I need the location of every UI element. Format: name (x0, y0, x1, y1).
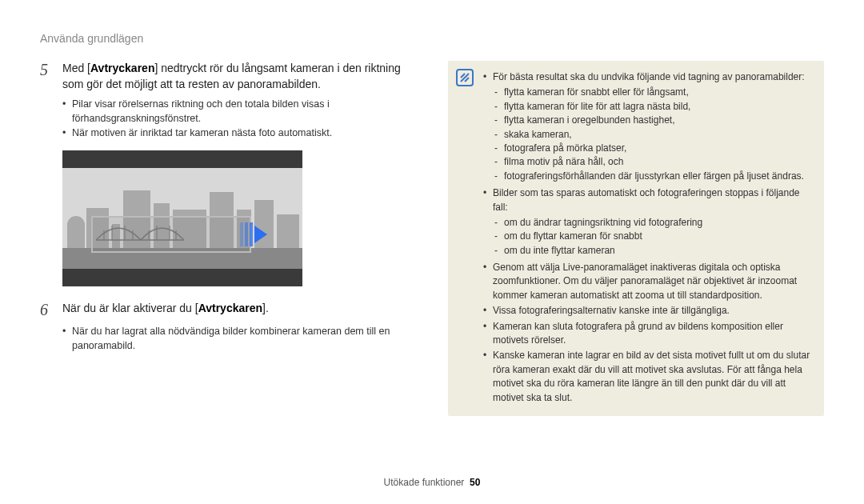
note-b1: För bästa resultat ska du undvika följan… (493, 71, 805, 82)
step6-bold: Avtryckaren (198, 302, 262, 314)
step6-before: När du är klar aktiverar du [ (62, 302, 198, 314)
direction-stripes (240, 222, 253, 246)
step-number: 5 (40, 61, 62, 79)
note-b2: Bilder som tas sparas automatiskt och fo… (493, 187, 800, 212)
note-item: Kanske kameran inte lagrar en bild av de… (483, 349, 811, 405)
step5-before: Med [ (62, 62, 90, 74)
note-box: För bästa resultat ska du undvika följan… (448, 61, 824, 416)
step-number: 6 (40, 301, 62, 319)
note-icon (456, 69, 474, 86)
note-sub-item: om du ändrar tagningsriktning vid fotogr… (493, 216, 811, 230)
page-number: 50 (470, 477, 480, 488)
note-sub-item: om du inte flyttar kameran (493, 244, 811, 258)
step6-after: ]. (262, 302, 269, 314)
page-footer: Utökade funktioner 50 (0, 477, 864, 488)
note-item: För bästa resultat ska du undvika följan… (483, 70, 811, 183)
note-sub-item: filma motiv på nära håll, och (493, 155, 811, 169)
step5-bold: Avtryckaren (90, 62, 154, 74)
note-sub-item: flytta kameran för snabbt eller för lång… (493, 86, 811, 99)
direction-arrow-icon (254, 226, 267, 243)
step6-sub-list: När du har lagrat alla nödvändiga bilder… (40, 324, 424, 353)
note-sub-item: om du flyttar kameran för snabbt (493, 230, 811, 243)
step-text: Med [Avtryckaren] nedtryckt rör du långs… (62, 61, 424, 92)
footer-label: Utökade funktioner (384, 477, 465, 488)
note-item: Genom att välja Live-panoramaläget inakt… (483, 261, 811, 302)
svg-line-8 (461, 74, 469, 82)
content-columns: 5 Med [Avtryckaren] nedtryckt rör du lån… (40, 61, 824, 416)
section-header: Använda grundlägen (40, 32, 824, 45)
note-sub-item: flytta kameran för lite för att lagra nä… (493, 100, 811, 114)
svg-line-10 (465, 78, 469, 82)
note-sub-item: fotograferingsförhållanden där ljusstyrk… (493, 170, 811, 183)
step-5: 5 Med [Avtryckaren] nedtryckt rör du lån… (40, 61, 424, 92)
note-sub-item: skaka kameran, (493, 128, 811, 142)
note-list: För bästa resultat ska du undvika följan… (483, 70, 811, 405)
list-item: Pilar visar rörelsernas riktning och den… (62, 97, 424, 126)
svg-line-9 (461, 74, 465, 78)
note-item: Bilder som tas sparas automatiskt och fo… (483, 186, 811, 258)
step5-sub-list: Pilar visar rörelsernas riktning och den… (40, 97, 424, 140)
note-sub-item: fotografera på mörka platser, (493, 142, 811, 155)
note-item: Vissa fotograferingsalternativ kanske in… (483, 304, 811, 318)
list-item: När motiven är inriktad tar kameran näst… (62, 126, 424, 140)
step-6: 6 När du är klar aktiverar du [Avtryckar… (40, 301, 424, 319)
note-item: Kameran kan sluta fotografera på grund a… (483, 320, 811, 348)
list-item: När du har lagrat alla nödvändiga bilder… (62, 324, 424, 353)
note-sub-list: flytta kameran för snabbt eller för lång… (493, 86, 811, 183)
right-column: För bästa resultat ska du undvika följan… (448, 61, 824, 416)
note-sub-item: flytta kameran i oregelbunden hastighet, (493, 114, 811, 127)
note-sub-list: om du ändrar tagningsriktning vid fotogr… (493, 216, 811, 258)
left-column: 5 Med [Avtryckaren] nedtryckt rör du lån… (40, 61, 424, 416)
panorama-illustration (62, 150, 302, 286)
step-text: När du är klar aktiverar du [Avtryckaren… (62, 301, 424, 317)
